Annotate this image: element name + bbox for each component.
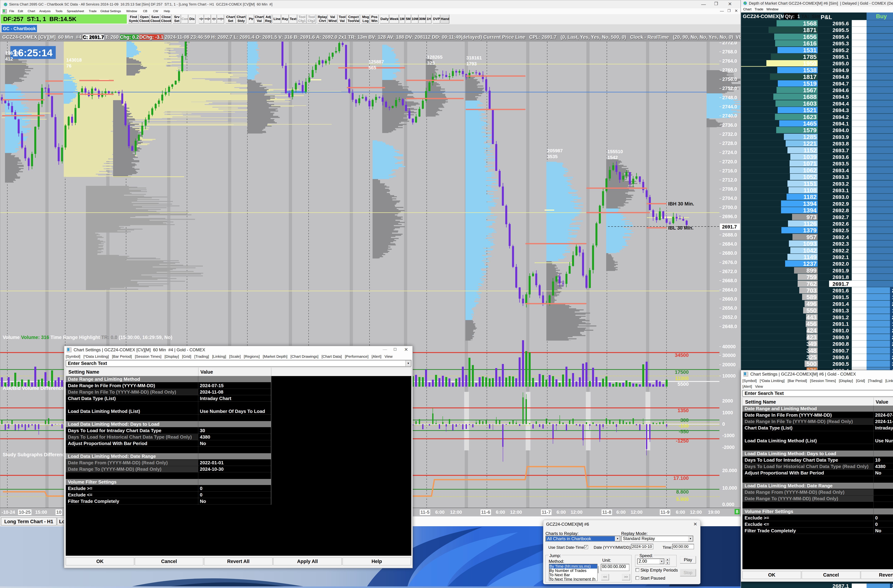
svg-text:318161: 318161 <box>466 55 482 60</box>
svg-text:2768.0: 2768.0 <box>722 49 737 54</box>
svg-text:412: 412 <box>5 56 13 62</box>
svg-text:2684.0: 2684.0 <box>722 242 737 247</box>
svg-text:325: 325 <box>806 354 816 361</box>
svg-text:1793: 1793 <box>466 61 477 66</box>
svg-text:2691.0: 2691.0 <box>833 327 849 333</box>
svg-text:-1250: -1250 <box>676 438 689 444</box>
svg-text:2: 2 <box>892 328 893 333</box>
svg-text:125887: 125887 <box>368 59 384 64</box>
svg-text:1: 1 <box>892 348 893 354</box>
svg-text:2764.0: 2764.0 <box>722 58 737 64</box>
svg-text:1039: 1039 <box>803 153 816 160</box>
svg-text:1519: 1519 <box>803 80 816 87</box>
svg-text:2680.0: 2680.0 <box>722 250 737 256</box>
svg-text:2652.0: 2652.0 <box>722 315 737 320</box>
svg-text:423: 423 <box>806 334 816 340</box>
svg-text:2694.7: 2694.7 <box>833 81 849 87</box>
svg-text:2693.3: 2693.3 <box>833 174 849 180</box>
svg-text:2694.1: 2694.1 <box>833 121 849 126</box>
svg-text:2748.0: 2748.0 <box>722 95 737 100</box>
svg-text:3535: 3535 <box>547 154 558 159</box>
svg-text:323: 323 <box>427 60 435 66</box>
svg-text:2692.5: 2692.5 <box>833 227 849 233</box>
svg-text:762: 762 <box>806 280 816 287</box>
svg-text:2695.5: 2695.5 <box>833 27 849 33</box>
svg-text:10.000: 10.000 <box>722 485 737 491</box>
svg-text:2716.0: 2716.0 <box>722 168 737 174</box>
svg-text:2691.9: 2691.9 <box>833 268 849 273</box>
svg-text:Buy: Buy <box>876 13 887 20</box>
svg-text:2691.8: 2691.8 <box>833 274 849 280</box>
svg-text:2704.0: 2704.0 <box>722 196 737 201</box>
svg-text:1: 1 <box>892 308 893 314</box>
svg-text:Ask/Bid Volume Difference: Ask/Bid Volume Difference <box>3 386 64 391</box>
svg-text:2000: 2000 <box>722 398 733 404</box>
svg-text:2694.5: 2694.5 <box>833 94 849 100</box>
svg-text:2760.0: 2760.0 <box>722 68 737 73</box>
svg-text:2700.0: 2700.0 <box>722 205 737 210</box>
svg-text:1656: 1656 <box>803 33 816 40</box>
svg-text:1093: 1093 <box>803 240 816 247</box>
svg-text:2690.9: 2690.9 <box>833 334 849 340</box>
svg-text:2693.6: 2693.6 <box>833 154 849 160</box>
svg-text:300: 300 <box>680 417 689 423</box>
svg-text:2692.6: 2692.6 <box>833 221 849 227</box>
svg-text:128265: 128265 <box>427 54 443 60</box>
svg-text:1465: 1465 <box>803 120 816 127</box>
svg-text:1350: 1350 <box>678 408 689 413</box>
svg-text:496: 496 <box>806 300 816 307</box>
svg-text:2740.0: 2740.0 <box>722 113 737 118</box>
svg-text:2: 2 <box>892 355 893 360</box>
svg-text:2732.0: 2732.0 <box>722 132 737 137</box>
svg-text:2691.1: 2691.1 <box>833 321 849 327</box>
svg-text:8.800: 8.800 <box>676 489 689 495</box>
svg-text:456: 456 <box>806 320 816 327</box>
svg-text:1950: 1950 <box>803 60 816 67</box>
svg-text:2692.8: 2692.8 <box>833 207 849 213</box>
svg-text:1394: 1394 <box>803 200 816 207</box>
svg-text:1221: 1221 <box>803 140 816 147</box>
svg-text:1182: 1182 <box>803 194 816 200</box>
svg-text:-1000: -1000 <box>722 433 735 438</box>
svg-text:2693.5: 2693.5 <box>833 160 849 166</box>
svg-text:1394: 1394 <box>803 207 816 214</box>
svg-text:0.000: 0.000 <box>722 502 734 507</box>
svg-text:500: 500 <box>806 360 816 367</box>
svg-text:1379: 1379 <box>803 227 816 234</box>
svg-text:2772.0: 2772.0 <box>722 42 737 45</box>
svg-text:2: 2 <box>892 341 893 347</box>
svg-text:1688: 1688 <box>803 93 816 100</box>
svg-text:2691.5: 2691.5 <box>833 294 849 300</box>
svg-text:2693.8: 2693.8 <box>833 141 849 147</box>
svg-text:IBL 30 Min.: IBL 30 Min. <box>668 225 693 231</box>
svg-text:143018: 143018 <box>66 57 82 63</box>
svg-text:2694.6: 2694.6 <box>833 87 849 93</box>
svg-text:2692.0: 2692.0 <box>833 261 849 267</box>
svg-text:2693.2: 2693.2 <box>833 181 849 187</box>
svg-text:2728.0: 2728.0 <box>722 141 737 146</box>
svg-text:GCZ24-COMEX[M]: GCZ24-COMEX[M] <box>743 14 786 19</box>
svg-text:1126: 1126 <box>803 220 816 227</box>
svg-text:424: 424 <box>806 327 816 334</box>
svg-text:2656.0: 2656.0 <box>722 305 737 311</box>
svg-text:349: 349 <box>806 340 816 347</box>
svg-text:2694.3: 2694.3 <box>833 107 849 113</box>
svg-text:30000: 30000 <box>722 353 736 358</box>
svg-text:1237: 1237 <box>803 260 816 267</box>
svg-text:2: 2 <box>892 288 893 294</box>
svg-text:703: 703 <box>806 287 816 294</box>
svg-text:2724.0: 2724.0 <box>722 150 737 155</box>
svg-text:1151: 1151 <box>803 180 816 187</box>
svg-text:2691.6: 2691.6 <box>833 288 849 294</box>
svg-text:2694.0: 2694.0 <box>833 127 849 133</box>
svg-text:11000: 11000 <box>675 376 689 381</box>
svg-text:2695.2: 2695.2 <box>833 47 849 53</box>
svg-text:2744.0: 2744.0 <box>722 104 737 110</box>
svg-text:1152: 1152 <box>803 147 816 154</box>
svg-text:40000: 40000 <box>722 344 736 350</box>
svg-text:899: 899 <box>806 267 816 274</box>
svg-text:2688.0: 2688.0 <box>722 232 737 238</box>
svg-text:2693.0: 2693.0 <box>833 194 849 200</box>
svg-text:1785: 1785 <box>803 53 816 60</box>
svg-text:759: 759 <box>806 274 816 280</box>
